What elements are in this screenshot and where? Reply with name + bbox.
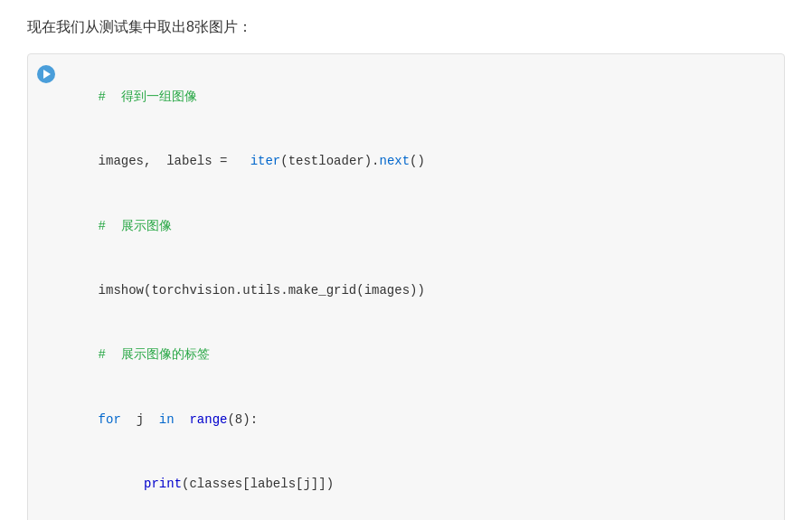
code-line-7: print(classes[labels[j]]) (68, 452, 770, 516)
code-indent (99, 477, 144, 491)
comment-2: # 展示图像 (99, 219, 172, 233)
range-call: range (182, 412, 227, 427)
code-paren-2: (testloader). (280, 154, 379, 168)
code-paren-print: (classes[labels[j]]) (182, 477, 334, 491)
code-blue-2 (235, 154, 242, 168)
code-line-3: # 展示图像 (68, 194, 770, 259)
in-keyword: in (151, 412, 182, 427)
page-heading: 现在我们从测试集中取出8张图片： (27, 18, 785, 37)
iter-call: iter (242, 154, 280, 168)
run-button[interactable] (37, 65, 55, 83)
code-j: j (121, 412, 152, 427)
code-line-4: imshow(torchvision.utils.make_grid(image… (68, 259, 770, 323)
code-cell: # 得到一组图像 images, labels = iter(testloade… (27, 53, 785, 520)
code-range-paren: (8): (227, 412, 258, 427)
code-line-6: for j in range(8): (68, 388, 770, 452)
code-paren-3: () (410, 154, 425, 168)
comment-1: # 得到一组图像 (99, 90, 197, 104)
print-call: print (144, 477, 182, 491)
code-text-4: imshow(torchvision.utils.make_grid(image… (99, 283, 425, 298)
for-keyword: for (99, 412, 121, 427)
code-line-1: # 得到一组图像 (68, 65, 770, 129)
code-line-5: # 展示图像的标签 (68, 324, 770, 388)
comment-3: # 展示图像的标签 (99, 347, 210, 362)
code-line-2: images, labels = iter(testloader).next() (68, 129, 770, 194)
next-call: next (379, 154, 410, 168)
code-text-2: images, labels = (99, 154, 235, 168)
